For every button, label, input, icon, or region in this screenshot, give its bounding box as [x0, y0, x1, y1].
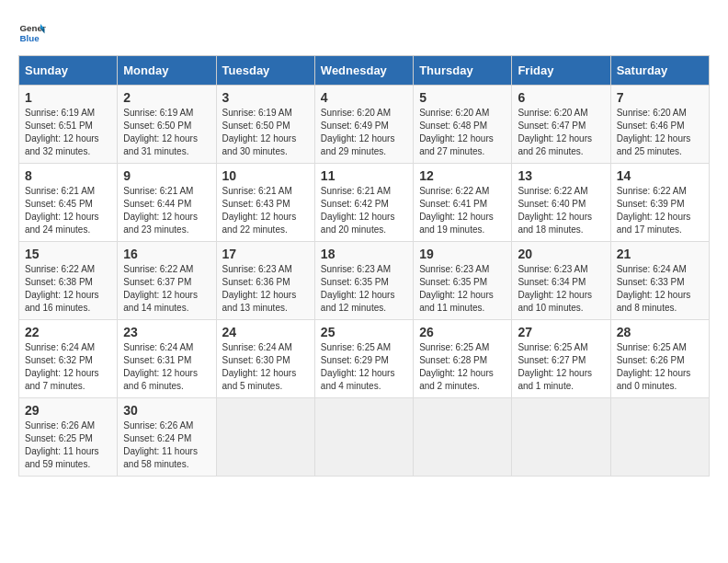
day-number: 30 — [123, 403, 210, 418]
day-number: 22 — [25, 325, 111, 339]
day-number: 2 — [123, 90, 210, 105]
day-info: Sunrise: 6:19 AM Sunset: 6:51 PM Dayligh… — [25, 107, 111, 158]
calendar-cell: 30 Sunrise: 6:26 AM Sunset: 6:24 PM Dayl… — [118, 398, 216, 477]
page-header: General Blue — [18, 18, 710, 46]
day-info: Sunrise: 6:25 AM Sunset: 6:29 PM Dayligh… — [321, 341, 407, 393]
day-info: Sunrise: 6:22 AM Sunset: 6:41 PM Dayligh… — [419, 185, 506, 236]
day-number: 6 — [518, 90, 604, 105]
calendar-cell: 29 Sunrise: 6:26 AM Sunset: 6:25 PM Dayl… — [19, 398, 118, 477]
day-number: 9 — [123, 168, 210, 183]
day-number: 21 — [617, 247, 703, 261]
calendar-cell: 17 Sunrise: 6:23 AM Sunset: 6:36 PM Dayl… — [216, 242, 314, 320]
day-info: Sunrise: 6:19 AM Sunset: 6:50 PM Dayligh… — [123, 107, 210, 158]
calendar-cell: 24 Sunrise: 6:24 AM Sunset: 6:30 PM Dayl… — [216, 320, 314, 398]
calendar-cell: 22 Sunrise: 6:24 AM Sunset: 6:32 PM Dayl… — [19, 320, 118, 398]
calendar-cell: 10 Sunrise: 6:21 AM Sunset: 6:43 PM Dayl… — [216, 164, 314, 242]
calendar-cell — [512, 398, 610, 477]
calendar-cell: 11 Sunrise: 6:21 AM Sunset: 6:42 PM Dayl… — [314, 164, 413, 242]
day-number: 1 — [25, 90, 111, 105]
day-info: Sunrise: 6:23 AM Sunset: 6:35 PM Dayligh… — [419, 263, 506, 315]
day-number: 4 — [321, 90, 407, 105]
day-number: 16 — [123, 247, 210, 261]
day-number: 27 — [518, 325, 604, 339]
day-info: Sunrise: 6:26 AM Sunset: 6:25 PM Dayligh… — [25, 419, 111, 471]
day-info: Sunrise: 6:24 AM Sunset: 6:33 PM Dayligh… — [617, 263, 703, 315]
calendar-cell: 12 Sunrise: 6:22 AM Sunset: 6:41 PM Dayl… — [414, 164, 512, 242]
col-wednesday: Wednesday — [314, 56, 413, 86]
day-info: Sunrise: 6:20 AM Sunset: 6:49 PM Dayligh… — [321, 107, 407, 158]
day-info: Sunrise: 6:26 AM Sunset: 6:24 PM Dayligh… — [123, 419, 210, 471]
svg-text:Blue: Blue — [20, 33, 40, 43]
day-number: 24 — [222, 325, 309, 339]
calendar-cell: 26 Sunrise: 6:25 AM Sunset: 6:28 PM Dayl… — [414, 320, 512, 398]
day-number: 7 — [617, 90, 703, 105]
calendar-cell — [414, 398, 512, 477]
calendar-cell: 18 Sunrise: 6:23 AM Sunset: 6:35 PM Dayl… — [314, 242, 413, 320]
day-number: 14 — [617, 168, 703, 183]
col-friday: Friday — [512, 56, 610, 86]
day-info: Sunrise: 6:23 AM Sunset: 6:34 PM Dayligh… — [518, 263, 604, 315]
col-thursday: Thursday — [414, 56, 512, 86]
calendar-cell: 16 Sunrise: 6:22 AM Sunset: 6:37 PM Dayl… — [118, 242, 216, 320]
day-number: 13 — [518, 168, 604, 183]
day-info: Sunrise: 6:20 AM Sunset: 6:48 PM Dayligh… — [419, 107, 506, 158]
col-monday: Monday — [118, 56, 216, 86]
calendar-header: Sunday Monday Tuesday Wednesday Thursday… — [19, 56, 710, 86]
day-info: Sunrise: 6:25 AM Sunset: 6:26 PM Dayligh… — [617, 341, 703, 393]
calendar-cell: 21 Sunrise: 6:24 AM Sunset: 6:33 PM Dayl… — [610, 242, 709, 320]
day-number: 26 — [419, 325, 506, 339]
calendar-cell: 2 Sunrise: 6:19 AM Sunset: 6:50 PM Dayli… — [118, 86, 216, 164]
day-info: Sunrise: 6:25 AM Sunset: 6:28 PM Dayligh… — [419, 341, 506, 393]
day-info: Sunrise: 6:22 AM Sunset: 6:40 PM Dayligh… — [518, 185, 604, 236]
calendar-table: Sunday Monday Tuesday Wednesday Thursday… — [18, 55, 710, 477]
day-info: Sunrise: 6:22 AM Sunset: 6:39 PM Dayligh… — [617, 185, 703, 236]
day-number: 5 — [419, 90, 506, 105]
day-info: Sunrise: 6:20 AM Sunset: 6:47 PM Dayligh… — [518, 107, 604, 158]
calendar-cell: 20 Sunrise: 6:23 AM Sunset: 6:34 PM Dayl… — [512, 242, 610, 320]
calendar-cell: 8 Sunrise: 6:21 AM Sunset: 6:45 PM Dayli… — [19, 164, 118, 242]
col-sunday: Sunday — [19, 56, 118, 86]
calendar-cell — [610, 398, 709, 477]
day-number: 10 — [222, 168, 309, 183]
calendar-cell — [216, 398, 314, 477]
day-number: 15 — [25, 247, 111, 261]
day-number: 8 — [25, 168, 111, 183]
day-info: Sunrise: 6:20 AM Sunset: 6:46 PM Dayligh… — [617, 107, 703, 158]
col-saturday: Saturday — [610, 56, 709, 86]
calendar-cell — [314, 398, 413, 477]
day-number: 25 — [321, 325, 407, 339]
day-number: 3 — [222, 90, 309, 105]
calendar-cell: 1 Sunrise: 6:19 AM Sunset: 6:51 PM Dayli… — [19, 86, 118, 164]
day-info: Sunrise: 6:24 AM Sunset: 6:30 PM Dayligh… — [222, 341, 309, 393]
day-number: 28 — [617, 325, 703, 339]
calendar-cell: 14 Sunrise: 6:22 AM Sunset: 6:39 PM Dayl… — [610, 164, 709, 242]
calendar-cell: 5 Sunrise: 6:20 AM Sunset: 6:48 PM Dayli… — [414, 86, 512, 164]
day-info: Sunrise: 6:25 AM Sunset: 6:27 PM Dayligh… — [518, 341, 604, 393]
day-info: Sunrise: 6:19 AM Sunset: 6:50 PM Dayligh… — [222, 107, 309, 158]
calendar-cell: 4 Sunrise: 6:20 AM Sunset: 6:49 PM Dayli… — [314, 86, 413, 164]
day-info: Sunrise: 6:24 AM Sunset: 6:32 PM Dayligh… — [25, 341, 111, 393]
day-info: Sunrise: 6:21 AM Sunset: 6:44 PM Dayligh… — [123, 185, 210, 236]
day-number: 29 — [25, 403, 111, 418]
day-info: Sunrise: 6:22 AM Sunset: 6:38 PM Dayligh… — [25, 263, 111, 315]
calendar-cell: 23 Sunrise: 6:24 AM Sunset: 6:31 PM Dayl… — [118, 320, 216, 398]
calendar-cell: 28 Sunrise: 6:25 AM Sunset: 6:26 PM Dayl… — [610, 320, 709, 398]
calendar-cell: 13 Sunrise: 6:22 AM Sunset: 6:40 PM Dayl… — [512, 164, 610, 242]
day-number: 23 — [123, 325, 210, 339]
day-number: 17 — [222, 247, 309, 261]
day-info: Sunrise: 6:21 AM Sunset: 6:45 PM Dayligh… — [25, 185, 111, 236]
calendar-cell: 3 Sunrise: 6:19 AM Sunset: 6:50 PM Dayli… — [216, 86, 314, 164]
col-tuesday: Tuesday — [216, 56, 314, 86]
logo-icon: General Blue — [18, 18, 46, 46]
calendar-body: 1 Sunrise: 6:19 AM Sunset: 6:51 PM Dayli… — [19, 86, 710, 477]
day-info: Sunrise: 6:21 AM Sunset: 6:42 PM Dayligh… — [321, 185, 407, 236]
calendar-cell: 15 Sunrise: 6:22 AM Sunset: 6:38 PM Dayl… — [19, 242, 118, 320]
calendar-cell: 19 Sunrise: 6:23 AM Sunset: 6:35 PM Dayl… — [414, 242, 512, 320]
day-info: Sunrise: 6:22 AM Sunset: 6:37 PM Dayligh… — [123, 263, 210, 315]
day-info: Sunrise: 6:23 AM Sunset: 6:35 PM Dayligh… — [321, 263, 407, 315]
calendar-cell: 25 Sunrise: 6:25 AM Sunset: 6:29 PM Dayl… — [314, 320, 413, 398]
logo: General Blue — [18, 18, 46, 46]
calendar-cell: 27 Sunrise: 6:25 AM Sunset: 6:27 PM Dayl… — [512, 320, 610, 398]
day-number: 20 — [518, 247, 604, 261]
calendar-cell: 6 Sunrise: 6:20 AM Sunset: 6:47 PM Dayli… — [512, 86, 610, 164]
